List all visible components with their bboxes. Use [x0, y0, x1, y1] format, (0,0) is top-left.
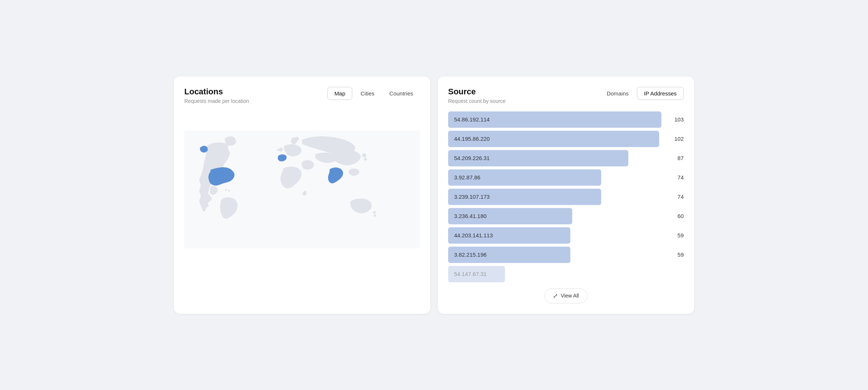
bar-wrapper: 3.239.107.173 [448, 189, 661, 205]
view-all-label: View All [561, 293, 579, 299]
bar-0: 54.86.192.114 [448, 111, 661, 128]
bar-wrapper: 54.86.192.114 [448, 111, 661, 128]
source-tab-group: Domains IP Addresses [600, 87, 684, 100]
chart-row: 3.82.215.196 59 [448, 247, 684, 263]
chart-row: 44.203.141.113 59 [448, 227, 684, 244]
bar-value-7: 59 [666, 251, 684, 258]
bar-wrapper: 3.82.215.196 [448, 247, 661, 263]
tab-cities[interactable]: Cities [354, 87, 381, 100]
expand-icon: ⤢ [553, 292, 558, 299]
tab-domains[interactable]: Domains [600, 87, 635, 100]
bar-value-5: 60 [666, 213, 684, 219]
bar-1: 44.195.86.220 [448, 131, 659, 147]
bar-wrapper: 54.209.226.31 [448, 150, 661, 166]
bar-value-0: 103 [666, 116, 684, 123]
bar-wrapper: 44.195.86.220 [448, 131, 661, 147]
chart-row: 54.86.192.114 103 [448, 111, 684, 128]
locations-subtitle: Requests made per location [184, 98, 249, 104]
bar-value-4: 74 [666, 194, 684, 200]
source-title: Source [448, 87, 506, 97]
bar-2: 54.209.226.31 [448, 150, 628, 166]
chart-row: 3.236.41.180 60 [448, 208, 684, 224]
bar-wrapper: 44.203.141.113 [448, 227, 661, 244]
chart-row: 3.92.87.86 74 [448, 169, 684, 186]
tab-countries[interactable]: Countries [383, 87, 420, 100]
bar-wrapper-partial: 54.147.67.31 [448, 266, 661, 282]
bar-value-2: 87 [666, 155, 684, 161]
source-card: Source Request count by source Domains I… [438, 77, 694, 314]
chart-rows: 54.86.192.114 103 44.195.86.220 102 54.2… [448, 111, 684, 282]
bar-7: 3.82.215.196 [448, 247, 570, 263]
bar-wrapper: 3.236.41.180 [448, 208, 661, 224]
source-title-group: Source Request count by source [448, 87, 506, 104]
chart-row: 54.209.226.31 87 [448, 150, 684, 166]
bar-5: 3.236.41.180 [448, 208, 572, 224]
map-container [184, 111, 420, 267]
bar-6: 44.203.141.113 [448, 227, 570, 244]
locations-title-group: Locations Requests made per location [184, 87, 249, 104]
chart-row: 44.195.86.220 102 [448, 131, 684, 147]
bar-value-6: 59 [666, 232, 684, 238]
world-map [184, 111, 420, 267]
bar-value-1: 102 [666, 136, 684, 142]
locations-header: Locations Requests made per location Map… [184, 87, 420, 104]
view-all-container: ⤢ View All [448, 288, 684, 303]
dashboard: Locations Requests made per location Map… [174, 77, 694, 314]
locations-title: Locations [184, 87, 249, 97]
view-all-button[interactable]: ⤢ View All [544, 288, 587, 303]
source-subtitle: Request count by source [448, 98, 506, 104]
source-header: Source Request count by source Domains I… [448, 87, 684, 104]
bar-wrapper: 3.92.87.86 [448, 169, 661, 186]
bar-3: 3.92.87.86 [448, 169, 601, 186]
tab-ip-addresses[interactable]: IP Addresses [637, 87, 684, 100]
bar-4: 3.239.107.173 [448, 189, 601, 205]
tab-map[interactable]: Map [327, 87, 352, 100]
chart-row: 3.239.107.173 74 [448, 189, 684, 205]
chart-row-partial: 54.147.67.31 [448, 266, 684, 282]
locations-card: Locations Requests made per location Map… [174, 77, 430, 314]
bar-value-3: 74 [666, 174, 684, 181]
locations-tab-group: Map Cities Countries [327, 87, 420, 100]
bar-partial: 54.147.67.31 [448, 266, 505, 282]
